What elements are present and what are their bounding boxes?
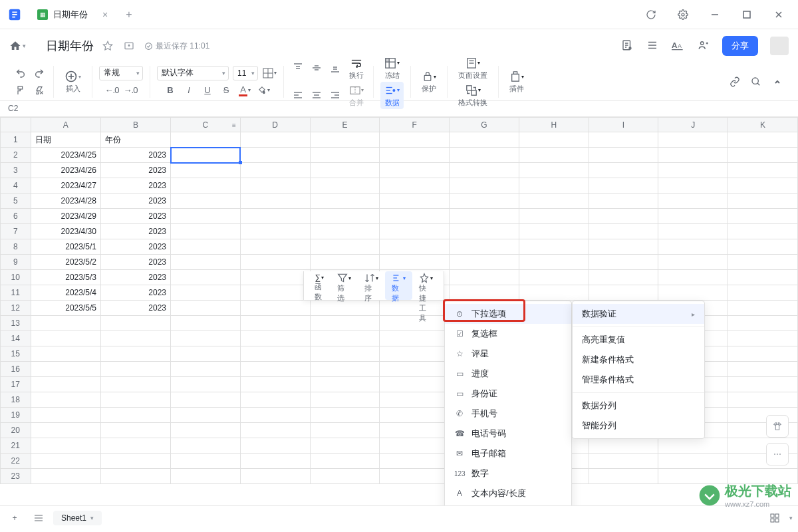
cell-I10[interactable]	[589, 270, 658, 285]
borders-button[interactable]: ▾	[262, 66, 277, 80]
cell-F15[interactable]	[380, 346, 450, 362]
cell-C4[interactable]	[171, 178, 241, 194]
grid-view-icon[interactable]	[765, 509, 784, 527]
cell-D13[interactable]	[240, 316, 310, 331]
cell-K3[interactable]	[728, 163, 798, 178]
cell-A2[interactable]: 2023/4/25	[31, 148, 100, 163]
cell-J11[interactable]	[658, 285, 728, 301]
cell-K18[interactable]	[728, 392, 798, 408]
row-header-16[interactable]: 16	[1, 362, 31, 377]
plugin-button[interactable]: ▾ 插件	[505, 68, 528, 95]
cell-I7[interactable]	[589, 224, 658, 239]
cell-J21[interactable]	[658, 438, 728, 454]
cell-B17[interactable]	[100, 377, 170, 392]
menu-tel-option[interactable]: ☎电话号码	[445, 424, 571, 444]
menu-datetime-option[interactable]: 📅时间日期	[445, 503, 571, 505]
minimize-button[interactable]	[701, 4, 729, 25]
cell-G5[interactable]	[450, 194, 519, 209]
cell-K10[interactable]	[728, 270, 798, 285]
cell-D14[interactable]	[240, 331, 310, 346]
more-icon[interactable]: ⋯	[766, 443, 789, 466]
cell-D18[interactable]	[240, 392, 310, 408]
cell-D1[interactable]	[240, 132, 310, 148]
data-strip-button[interactable]: ▾数据	[385, 271, 412, 300]
cell-F17[interactable]	[380, 377, 450, 392]
search-icon[interactable]	[749, 74, 763, 89]
valign-bottom-button[interactable]	[328, 61, 342, 75]
collapse-icon[interactable]	[770, 74, 785, 89]
cell-G3[interactable]	[450, 163, 519, 178]
cell-D5[interactable]	[240, 194, 310, 209]
cell-C5[interactable]	[171, 194, 241, 209]
cell-B14[interactable]	[100, 331, 170, 346]
cell-E14[interactable]	[310, 331, 380, 346]
col-header-B[interactable]: B	[100, 118, 170, 132]
maximize-button[interactable]	[733, 4, 761, 25]
row-header-18[interactable]: 18	[1, 392, 31, 408]
add-tab-button[interactable]: +	[120, 5, 138, 24]
cell-B10[interactable]: 2023	[100, 270, 170, 285]
cell-K11[interactable]	[728, 285, 798, 301]
row-header-11[interactable]: 11	[1, 285, 31, 301]
row-header-5[interactable]: 5	[1, 194, 31, 209]
row-header-14[interactable]: 14	[1, 331, 31, 346]
cell-K14[interactable]	[728, 331, 798, 346]
cell-E7[interactable]	[310, 224, 380, 239]
row-header-8[interactable]: 8	[1, 239, 31, 255]
row-header-13[interactable]: 13	[1, 316, 31, 331]
cell-K17[interactable]	[728, 377, 798, 392]
add-sheet-button[interactable]: +	[5, 509, 24, 527]
cell-D3[interactable]	[240, 163, 310, 178]
row-header-7[interactable]: 7	[1, 224, 31, 239]
quick-tools-button[interactable]: ▾快捷工具	[412, 271, 440, 300]
menu-checkbox-option[interactable]: ☑复选框	[445, 324, 571, 344]
cell-A20[interactable]	[31, 423, 100, 438]
cell-A3[interactable]: 2023/4/26	[31, 163, 100, 178]
cell-C9[interactable]	[171, 255, 241, 270]
protect-button[interactable]: ▾ 保护	[418, 68, 440, 95]
font-size-select[interactable]: 11	[233, 66, 258, 80]
cell-E6[interactable]	[310, 209, 380, 224]
cell-F12[interactable]	[380, 301, 450, 316]
cell-B21[interactable]	[100, 438, 170, 454]
col-header-H[interactable]: H	[519, 118, 589, 132]
row-header-2[interactable]: 2	[1, 148, 31, 163]
cell-B19[interactable]	[100, 408, 170, 423]
cell-F13[interactable]	[380, 316, 450, 331]
cell-C17[interactable]	[171, 377, 241, 392]
cell-A19[interactable]	[31, 408, 100, 423]
cell-F18[interactable]	[380, 392, 450, 408]
increase-decimal-button[interactable]: →.0	[123, 83, 138, 98]
cell-C19[interactable]	[171, 408, 241, 423]
menu-smart-split[interactable]: 智能分列	[573, 416, 704, 436]
cell-J23[interactable]	[658, 469, 728, 484]
cell-E15[interactable]	[310, 346, 380, 362]
cell-F8[interactable]	[380, 239, 450, 255]
sort-button[interactable]: ▾排序	[358, 271, 385, 300]
cell-B6[interactable]: 2023	[100, 209, 170, 224]
cell-D23[interactable]	[240, 469, 310, 484]
cell-K13[interactable]	[728, 316, 798, 331]
cell-C10[interactable]	[171, 270, 241, 285]
cell-A5[interactable]: 2023/4/28	[31, 194, 100, 209]
col-header-D[interactable]: D	[240, 118, 310, 132]
menu-rating-option[interactable]: ☆评星	[445, 344, 571, 364]
move-button[interactable]	[122, 39, 136, 53]
tab-close-button[interactable]: ×	[100, 9, 110, 20]
cell-A7[interactable]: 2023/4/30	[31, 224, 100, 239]
cell-A15[interactable]	[31, 346, 100, 362]
cell-A13[interactable]	[31, 316, 100, 331]
cell-D10[interactable]	[240, 270, 310, 285]
cell-E9[interactable]	[310, 255, 380, 270]
menu-data-validation[interactable]: 数据验证▸	[573, 304, 704, 324]
cell-E19[interactable]	[310, 408, 380, 423]
cell-B12[interactable]: 2023	[100, 301, 170, 316]
page-setup-button[interactable]: ▾ 页面设置	[454, 55, 491, 82]
cell-K4[interactable]	[728, 178, 798, 194]
insert-button[interactable]: ▾ 插入	[61, 68, 85, 95]
cell-F23[interactable]	[380, 469, 450, 484]
cell-C18[interactable]	[171, 392, 241, 408]
cell-E5[interactable]	[310, 194, 380, 209]
cell-D8[interactable]	[240, 239, 310, 255]
strikethrough-button[interactable]: S	[219, 83, 233, 98]
